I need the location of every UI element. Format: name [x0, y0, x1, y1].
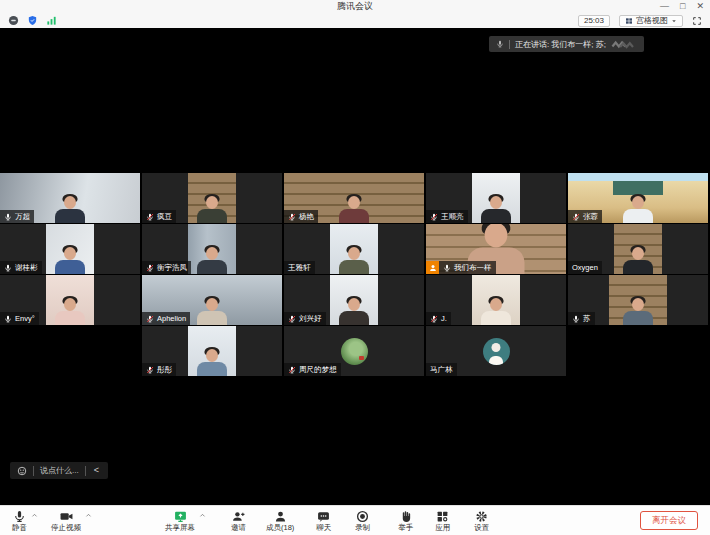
share-screen-button[interactable]: 共享屏幕: [165, 510, 195, 532]
participant-tile[interactable]: 周尺的梦想: [284, 326, 424, 376]
meeting-info-icon[interactable]: [8, 15, 19, 26]
participant-video: [614, 224, 662, 274]
participant-video: [472, 275, 520, 325]
participant-name: 杨艳: [299, 212, 314, 222]
chat-collapse-button[interactable]: <: [92, 466, 101, 475]
maximize-button[interactable]: □: [680, 2, 685, 11]
participant-name: Envy°: [15, 314, 35, 323]
mic-on-icon: [443, 264, 451, 272]
participant-name: 我们布一样: [454, 263, 492, 273]
name-chip: 马广林: [426, 363, 457, 376]
toolbar-label: 静音: [12, 524, 27, 532]
chat-button[interactable]: 聊天: [316, 510, 331, 532]
participant-name: 王雅轩: [288, 263, 311, 273]
toolbar-label: 共享屏幕: [165, 524, 195, 532]
participant-video: [46, 224, 94, 274]
chevron-up-icon[interactable]: [199, 512, 206, 519]
participant-tile[interactable]: 万超: [0, 173, 140, 223]
participant-tile[interactable]: 谢桂彬: [0, 224, 140, 274]
participant-tile[interactable]: 彤彤: [142, 326, 282, 376]
toolbar-label: 成员(18): [266, 524, 294, 532]
participant-tile[interactable]: 刘兴好: [284, 275, 424, 325]
meeting-toolbar-top: 25:03 宫格视图: [0, 13, 710, 28]
participant-tile[interactable]: Envy°: [0, 275, 140, 325]
person-silhouette: [195, 347, 229, 376]
participant-name: 刘兴好: [299, 314, 322, 324]
name-chip: 苏: [568, 312, 595, 325]
participant-tile[interactable]: 我们布一样: [426, 224, 566, 274]
chevron-up-icon[interactable]: [85, 512, 92, 519]
participant-tile[interactable]: 杨艳: [284, 173, 424, 223]
participant-label-row: Envy°: [0, 312, 39, 325]
host-badge-icon: [426, 261, 439, 274]
mute-button[interactable]: 静音: [12, 510, 27, 532]
network-signal-icon[interactable]: [46, 15, 57, 26]
camera-icon: [60, 510, 73, 523]
participant-name: 彤彤: [157, 365, 172, 375]
participant-name: 疯豆: [157, 212, 172, 222]
chat-quick-bar[interactable]: 说点什么... <: [10, 462, 108, 479]
invite-button[interactable]: 邀请: [231, 510, 246, 532]
toolbar-label: 举手: [398, 524, 413, 532]
titlebar: 腾讯会议 — □ ✕: [0, 0, 710, 13]
participant-label-row: 张蓉: [568, 210, 602, 223]
mic-muted-icon: [146, 315, 154, 323]
participant-tile[interactable]: Aphelion: [142, 275, 282, 325]
participant-tile[interactable]: 疯豆: [142, 173, 282, 223]
chat-input-placeholder[interactable]: 说点什么...: [40, 465, 79, 476]
participant-label-row: 苏: [568, 312, 595, 325]
participant-name: Aphelion: [157, 314, 186, 323]
apps-button[interactable]: 应用: [435, 510, 450, 532]
chevron-up-icon[interactable]: [31, 512, 38, 519]
participant-label-row: Oxygen: [568, 261, 602, 274]
participant-name: 周尺的梦想: [299, 365, 337, 375]
emoji-smiley-icon[interactable]: [17, 466, 27, 476]
minimize-button[interactable]: —: [660, 2, 669, 11]
leave-meeting-button[interactable]: 离开会议: [640, 511, 698, 530]
mic-on-icon: [496, 40, 504, 48]
security-shield-icon[interactable]: [27, 15, 38, 26]
person-silhouette: [479, 296, 513, 325]
toolbar-label: 录制: [355, 524, 370, 532]
participant-label-row: 彤彤: [142, 363, 176, 376]
participant-tile[interactable]: 王顺亮: [426, 173, 566, 223]
participant-tile[interactable]: 衡宇浩凤: [142, 224, 282, 274]
record-button[interactable]: 录制: [355, 510, 370, 532]
divider: [85, 466, 86, 476]
name-chip: Aphelion: [142, 312, 190, 325]
participant-tile[interactable]: 马广林: [426, 326, 566, 376]
mic-muted-icon: [288, 213, 296, 221]
participant-video: [609, 275, 667, 325]
meeting-title: 腾讯会议: [337, 0, 373, 13]
participant-video: [46, 275, 94, 325]
stop-video-button[interactable]: 停止视频: [51, 510, 81, 532]
participant-tile[interactable]: 张蓉: [568, 173, 708, 223]
participant-tile[interactable]: Oxygen: [568, 224, 708, 274]
toolbar-label: 应用: [435, 524, 450, 532]
chat-bubble-icon: [317, 510, 330, 523]
participant-video: [330, 224, 378, 274]
participant-tile[interactable]: 王雅轩: [284, 224, 424, 274]
avatar: [483, 338, 510, 365]
members-button[interactable]: 成员(18): [266, 510, 294, 532]
mic-muted-icon: [430, 213, 438, 221]
settings-button[interactable]: 设置: [474, 510, 489, 532]
participant-name: 马广林: [430, 365, 453, 375]
caret-down-icon: [671, 18, 677, 24]
close-button[interactable]: ✕: [696, 2, 704, 11]
participant-tile[interactable]: 苏: [568, 275, 708, 325]
mic-muted-icon: [572, 213, 580, 221]
participant-label-row: 周尺的梦想: [284, 363, 341, 376]
name-chip: Envy°: [0, 312, 39, 325]
person-silhouette: [195, 245, 229, 274]
status-icons: [8, 15, 57, 26]
person-silhouette: [479, 194, 513, 223]
toolbar-label: 设置: [474, 524, 489, 532]
fullscreen-icon[interactable]: [692, 16, 702, 26]
participant-name: 王顺亮: [441, 212, 464, 222]
window-header: 腾讯会议 — □ ✕ 25:03 宫格视图: [0, 0, 710, 28]
raise-hand-button[interactable]: 举手: [398, 510, 413, 532]
divider: [509, 40, 510, 49]
view-mode-dropdown[interactable]: 宫格视图: [619, 15, 683, 27]
participant-tile[interactable]: J.: [426, 275, 566, 325]
